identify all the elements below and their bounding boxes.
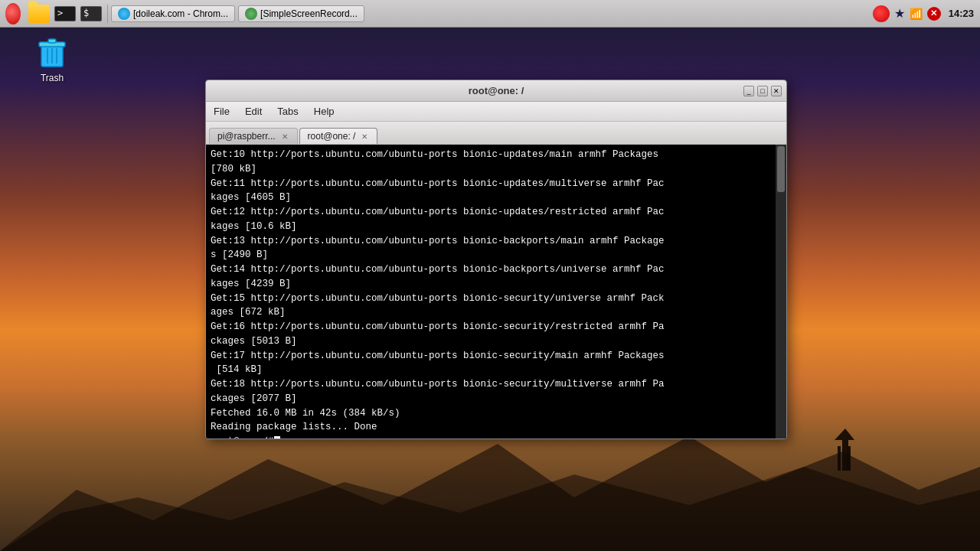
- desktop: [doileak.com - Chrom... [SimpleScreenRec…: [0, 0, 980, 551]
- svg-rect-5: [848, 446, 851, 471]
- svg-rect-4: [838, 446, 841, 471]
- svg-rect-2: [842, 440, 848, 471]
- taskbar-tab-chrome[interactable]: [doileak.com - Chrom...: [111, 5, 235, 22]
- tab-root-close[interactable]: ✕: [360, 132, 369, 141]
- svg-marker-3: [835, 429, 854, 440]
- close-icon[interactable]: ✕: [927, 7, 941, 21]
- taskbar: [doileak.com - Chrom... [SimpleScreenRec…: [0, 0, 980, 28]
- taskbar-right: ★ 📶 ✕ 14:23: [873, 5, 980, 22]
- tab-bar: pi@raspberr... ✕ root@one: / ✕: [206, 122, 786, 145]
- scrollbar-thumb[interactable]: [777, 146, 785, 192]
- tab-pi-close[interactable]: ✕: [280, 132, 289, 141]
- trash-label: Trash: [41, 73, 64, 83]
- tab-pi-raspberry[interactable]: pi@raspberr... ✕: [209, 128, 298, 144]
- folder-icon[interactable]: [28, 3, 50, 24]
- menu-bar: File Edit Tabs Help: [206, 102, 786, 122]
- chrome-tab-label: [doileak.com - Chrom...: [133, 8, 228, 19]
- chrome-tab-icon: [118, 8, 130, 20]
- terminal-output: Get:10 http://ports.ubuntu.com/ubuntu-po…: [206, 145, 776, 439]
- wifi-icon[interactable]: 📶: [910, 8, 923, 20]
- terminal-window: root@one: / _ □ ✕ File Edit Tabs Help pi…: [205, 80, 787, 439]
- terminal-icon-1[interactable]: [54, 3, 76, 24]
- maximize-button[interactable]: □: [757, 86, 768, 96]
- recorder-tab-label: [SimpleScreenRecord...: [260, 8, 358, 19]
- svg-marker-0: [0, 436, 980, 551]
- clock-display: 14:23: [949, 8, 974, 19]
- bluetooth-icon[interactable]: ★: [894, 6, 905, 21]
- terminal-cursor: [274, 436, 280, 439]
- trash-icon-image: [34, 33, 70, 70]
- taskbar-tab-recorder[interactable]: [SimpleScreenRecord...: [238, 5, 364, 22]
- terminal-content[interactable]: Get:10 http://ports.ubuntu.com/ubuntu-po…: [206, 145, 786, 439]
- taskbar-separator: [107, 5, 108, 23]
- terminal-icon-2[interactable]: [80, 3, 102, 24]
- recorder-tab-icon: [245, 8, 257, 20]
- menu-tabs[interactable]: Tabs: [270, 102, 305, 121]
- trash-desktop-icon[interactable]: Trash: [21, 33, 83, 83]
- menu-file[interactable]: File: [206, 102, 237, 121]
- tab-pi-label: pi@raspberr...: [217, 131, 276, 142]
- svg-rect-8: [48, 39, 56, 43]
- menu-edit[interactable]: Edit: [237, 102, 270, 121]
- window-controls: _ □ ✕: [743, 86, 782, 96]
- apple-menu-icon[interactable]: [2, 3, 24, 24]
- svg-marker-1: [0, 467, 980, 551]
- terminal-title: root@one: /: [469, 85, 524, 96]
- close-button[interactable]: ✕: [771, 86, 782, 96]
- minimize-button[interactable]: _: [743, 86, 754, 96]
- tab-root-one[interactable]: root@one: / ✕: [299, 128, 378, 144]
- scrollbar-track[interactable]: [776, 145, 786, 439]
- tab-root-label: root@one: /: [308, 131, 356, 142]
- record-status-icon[interactable]: [873, 5, 890, 22]
- menu-help[interactable]: Help: [306, 102, 342, 121]
- title-bar: root@one: / _ □ ✕: [206, 80, 786, 102]
